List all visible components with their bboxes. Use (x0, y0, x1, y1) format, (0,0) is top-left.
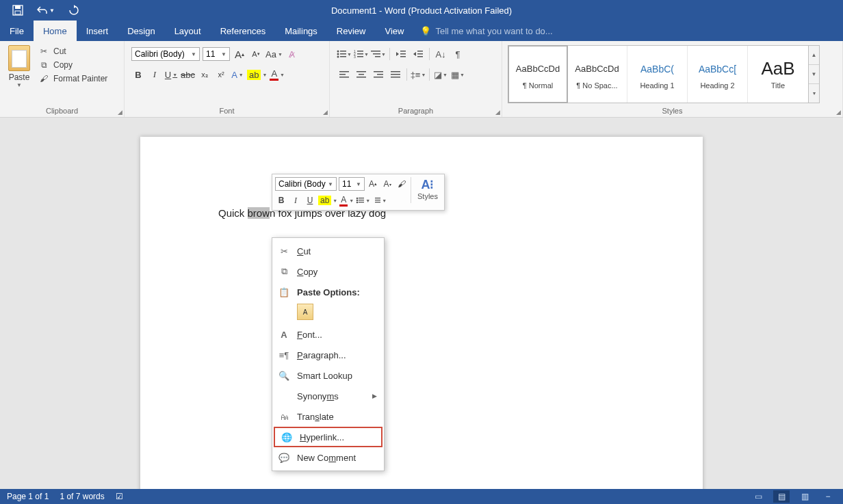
save-icon[interactable] (12, 5, 23, 16)
mini-grow-font-button[interactable]: A▴ (367, 177, 379, 191)
svg-rect-16 (373, 53, 380, 55)
paste-button[interactable]: Paste ▼ (4, 44, 34, 88)
ctx-translate[interactable]: 🗛Translate (272, 406, 384, 427)
tab-references[interactable]: References (211, 21, 275, 41)
page-indicator[interactable]: Page 1 of 1 (7, 492, 49, 501)
mini-format-painter-button[interactable]: 🖌 (395, 177, 408, 191)
italic-button[interactable]: I (148, 67, 161, 82)
increase-indent-button[interactable] (411, 47, 426, 62)
style-item[interactable]: AaBbCcDd¶ Normal (508, 45, 568, 103)
redo-icon[interactable] (68, 5, 79, 16)
ctx-synonyms[interactable]: Synonyms▶ (272, 386, 384, 406)
bold-button[interactable]: B (131, 67, 145, 82)
underline-button[interactable]: U▼ (164, 67, 178, 82)
mini-font-color-button[interactable]: A▼ (339, 194, 354, 207)
ctx-paste-options-header: 📋Paste Options: (272, 282, 384, 302)
align-left-button[interactable] (337, 67, 352, 82)
mini-bullets-button[interactable]: ▼ (356, 194, 370, 207)
decrease-indent-button[interactable] (393, 47, 408, 62)
svg-rect-32 (374, 77, 383, 78)
bullets-button[interactable]: ▼ (337, 47, 352, 62)
font-size-combo[interactable]: 11▼ (203, 47, 230, 61)
mini-highlight-button[interactable]: ab▼ (318, 194, 337, 207)
svg-rect-4 (340, 51, 346, 52)
svg-rect-44 (375, 202, 380, 202)
zoom-out-button[interactable]: − (820, 490, 836, 503)
style-item[interactable]: AaBbC(Heading 1 (627, 46, 688, 103)
styles-more-icon[interactable]: ▾ (809, 84, 819, 103)
clear-formatting-button[interactable]: A̷ (285, 47, 299, 62)
align-right-button[interactable] (371, 67, 386, 82)
group-label: Clipboard (4, 105, 120, 117)
style-item[interactable]: AaBbCcDd¶ No Spac... (567, 46, 627, 103)
change-case-button[interactable]: Aa▼ (265, 47, 283, 62)
read-mode-button[interactable]: ▭ (750, 490, 766, 503)
ctx-new-comment[interactable]: 💬New Comment (272, 447, 384, 468)
mini-toolbar: Calibri (Body▼ 11▼ A▴ A▾ 🖌 B I U ab▼ A▼ … (272, 174, 445, 211)
mini-italic-button[interactable]: I (289, 194, 302, 207)
align-center-button[interactable] (354, 67, 369, 82)
font-name-combo[interactable]: Calibri (Body)▼ (131, 47, 200, 61)
dialog-launcher-icon[interactable]: ◢ (495, 109, 500, 116)
styles-icon: A⁝ (422, 177, 435, 192)
mini-numbering-button[interactable]: ▼ (372, 194, 387, 207)
ctx-cut[interactable]: ✂Cut (272, 241, 384, 261)
strikethrough-button[interactable]: abc (181, 67, 195, 82)
tab-design[interactable]: Design (118, 21, 164, 41)
ctx-copy[interactable]: ⧉Copy (272, 261, 384, 282)
ctx-font[interactable]: AFont... (272, 324, 384, 345)
mini-underline-button[interactable]: U (304, 194, 316, 207)
ctx-smart-lookup[interactable]: 🔍Smart Lookup (272, 365, 384, 386)
tab-home[interactable]: Home (34, 21, 77, 41)
styles-gallery[interactable]: AaBbCcDd¶ NormalAaBbCcDd¶ No Spac...AaBb… (508, 45, 809, 103)
mini-font-size-combo[interactable]: 11▼ (339, 177, 365, 191)
text-effects-button[interactable]: A▼ (231, 67, 244, 82)
shrink-font-button[interactable]: A▾ (249, 47, 263, 62)
tab-file[interactable]: File (0, 21, 34, 41)
svg-rect-43 (375, 200, 380, 200)
word-count[interactable]: 1 of 7 words (60, 492, 104, 501)
superscript-button[interactable]: x² (214, 67, 228, 82)
dialog-launcher-icon[interactable]: ◢ (323, 109, 328, 116)
web-layout-button[interactable]: ▥ (796, 490, 813, 503)
show-marks-button[interactable]: ¶ (450, 47, 465, 62)
mini-font-name-combo[interactable]: Calibri (Body▼ (275, 177, 337, 191)
dialog-launcher-icon[interactable]: ◢ (836, 109, 841, 116)
tab-layout[interactable]: Layout (165, 21, 211, 41)
cut-button[interactable]: ✂Cut (38, 47, 107, 56)
mini-bold-button[interactable]: B (275, 194, 287, 207)
styles-scroll[interactable]: ▲ ▼ ▾ (809, 45, 820, 103)
style-item[interactable]: AaBbCc[Heading 2 (688, 46, 748, 103)
sort-button[interactable]: A↓ (433, 47, 448, 62)
borders-button[interactable]: ▦▼ (450, 67, 465, 82)
style-item[interactable]: AaBTitle (748, 46, 808, 103)
mini-shrink-font-button[interactable]: A▾ (381, 177, 393, 191)
line-spacing-button[interactable]: ‡≡▼ (411, 67, 426, 82)
ctx-paragraph[interactable]: ≡¶Paragraph... (272, 345, 384, 365)
mini-styles-button[interactable]: A⁝ Styles (414, 177, 441, 207)
chevron-up-icon[interactable]: ▲ (809, 46, 819, 65)
tab-mailings[interactable]: Mailings (275, 21, 327, 41)
shading-button[interactable]: ◪▼ (433, 67, 448, 82)
tab-view[interactable]: View (375, 21, 413, 41)
copy-button[interactable]: ⧉Copy (38, 60, 107, 70)
multilevel-list-button[interactable]: ▼ (371, 47, 386, 62)
grow-font-button[interactable]: A▴ (233, 47, 246, 62)
tab-insert[interactable]: Insert (77, 21, 118, 41)
tell-me-search[interactable]: 💡 Tell me what you want to do... (420, 21, 552, 41)
proofing-icon[interactable]: ☑ (116, 492, 123, 501)
document-area[interactable]: Quick brown fox jumps over lazy dog Cali… (0, 118, 843, 489)
chevron-down-icon[interactable]: ▼ (809, 65, 819, 84)
highlight-button[interactable]: ab▼ (247, 67, 267, 82)
font-color-button[interactable]: A▼ (270, 67, 285, 82)
numbering-button[interactable]: 123▼ (354, 47, 369, 62)
ctx-hyperlink[interactable]: 🌐Hyperlink... (274, 427, 382, 447)
print-layout-button[interactable]: ▤ (773, 490, 790, 503)
dialog-launcher-icon[interactable]: ◢ (118, 109, 122, 116)
subscript-button[interactable]: x₂ (198, 67, 211, 82)
paste-keep-text-button[interactable]: A (297, 304, 313, 320)
tab-review[interactable]: Review (327, 21, 376, 41)
undo-icon[interactable]: ▼ (37, 5, 55, 15)
format-painter-button[interactable]: 🖌Format Painter (38, 74, 107, 83)
justify-button[interactable] (388, 67, 403, 82)
